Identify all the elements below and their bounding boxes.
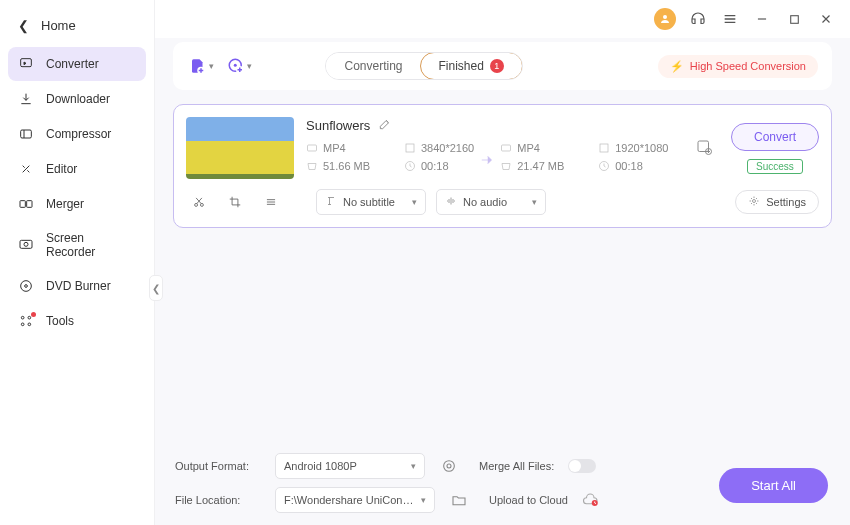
sidebar-label: Merger [46,197,84,211]
user-avatar[interactable] [654,8,676,30]
file-location-value: F:\Wondershare UniConverter 1 [284,494,415,506]
back-home[interactable]: ❮ Home [8,12,146,39]
chevron-down-icon: ▾ [421,495,426,505]
sidebar-item-converter[interactable]: Converter [8,47,146,81]
dvd-burner-icon [18,278,34,294]
sidebar-label: Editor [46,162,77,176]
subtitle-select[interactable]: No subtitle ▾ [316,189,426,215]
svg-rect-18 [308,145,317,151]
chevron-left-icon: ❮ [18,18,29,33]
chevron-down-icon: ▾ [412,197,417,207]
edit-title-icon[interactable] [378,117,392,134]
chevron-down-icon: ▾ [247,61,252,71]
video-thumbnail[interactable] [186,117,294,179]
merge-label: Merge All Files: [479,460,554,472]
audio-icon [445,195,457,209]
merge-toggle[interactable] [568,459,596,473]
crop-icon[interactable] [222,190,248,214]
add-dvd-button[interactable]: ▾ [225,53,253,79]
src-duration: 00:18 [421,160,449,172]
task-settings-button[interactable]: Settings [735,190,819,214]
main: ▾ ▾ Converting Finished 1 ⚡ High Speed C… [155,0,850,525]
output-settings-icon[interactable] [689,138,719,159]
sidebar-item-screen-recorder[interactable]: Screen Recorder [8,222,146,268]
sidebar-label: Tools [46,314,74,328]
tools-icon [18,313,34,329]
trim-icon[interactable] [186,190,212,214]
svg-point-7 [25,285,28,288]
sidebar-label: Converter [46,57,99,71]
sidebar-item-dvd-burner[interactable]: DVD Burner [8,269,146,303]
dst-resolution: 1920*1080 [615,142,668,154]
sidebar-item-downloader[interactable]: Downloader [8,82,146,116]
output-format-select[interactable]: Android 1080P ▾ [275,453,425,479]
nav-list: Converter Downloader Compressor Editor M… [8,47,146,338]
tabs: Converting Finished 1 [325,52,522,80]
sidebar-label: Downloader [46,92,110,106]
sidebar-item-tools[interactable]: Tools [8,304,146,338]
add-dvd-icon [227,57,245,75]
gear-icon [748,195,760,209]
svg-rect-13 [790,15,798,23]
tab-finished[interactable]: Finished 1 [420,52,523,80]
svg-rect-24 [698,141,709,152]
high-speed-label: High Speed Conversion [690,60,806,72]
convert-button[interactable]: Convert [731,123,819,151]
audio-value: No audio [463,196,507,208]
editor-icon [18,161,34,177]
file-location-select[interactable]: F:\Wondershare UniConverter 1 ▾ [275,487,435,513]
window-minimize[interactable] [752,9,772,29]
more-icon[interactable] [258,190,284,214]
screen-recorder-icon [18,237,34,253]
svg-rect-0 [21,59,32,67]
bolt-icon: ⚡ [670,60,684,73]
window-close[interactable] [816,9,836,29]
sidebar-item-compressor[interactable]: Compressor [8,117,146,151]
support-icon[interactable] [688,9,708,29]
dst-size: 21.47 MB [517,160,564,172]
src-format: MP4 [323,142,346,154]
start-all-button[interactable]: Start All [719,468,828,503]
chevron-down-icon: ▾ [209,61,214,71]
svg-point-28 [753,200,756,203]
src-resolution: 3840*2160 [421,142,474,154]
subtitle-icon [325,195,337,209]
tab-converting[interactable]: Converting [326,53,420,79]
svg-rect-3 [27,201,32,208]
titlebar [155,0,850,38]
menu-icon[interactable] [720,9,740,29]
svg-rect-2 [20,201,25,208]
task-info: Sunflowers MP4 3840*2160 51.66 MB 00:18 [306,117,677,179]
svg-point-11 [28,323,31,326]
sidebar-item-merger[interactable]: Merger [8,187,146,221]
subtitle-value: No subtitle [343,196,395,208]
window-maximize[interactable] [784,9,804,29]
svg-point-10 [21,323,24,326]
cloud-icon[interactable] [582,493,600,507]
add-file-button[interactable]: ▾ [187,53,215,79]
src-size: 51.66 MB [323,160,370,172]
sidebar-item-editor[interactable]: Editor [8,152,146,186]
dst-duration: 00:18 [615,160,643,172]
high-speed-toggle[interactable]: ⚡ High Speed Conversion [658,55,818,78]
toolbar: ▾ ▾ Converting Finished 1 ⚡ High Speed C… [173,42,832,90]
dst-format: MP4 [517,142,540,154]
open-folder-icon[interactable] [449,490,469,510]
svg-point-12 [663,15,667,19]
collapse-sidebar[interactable]: ❮ [149,275,163,301]
sidebar-label: Compressor [46,127,111,141]
chevron-down-icon: ▾ [411,461,416,471]
downloader-icon [18,91,34,107]
output-format-label: Output Format: [175,460,261,472]
svg-rect-1 [21,130,32,138]
sidebar-label: Screen Recorder [46,231,136,259]
tab-label: Converting [344,59,402,73]
chevron-down-icon: ▾ [532,197,537,207]
svg-rect-21 [502,145,511,151]
svg-point-29 [444,461,455,472]
quick-settings-icon[interactable] [439,456,459,476]
audio-select[interactable]: No audio ▾ [436,189,546,215]
svg-rect-4 [20,240,32,248]
finished-count-badge: 1 [490,59,504,73]
add-file-icon [189,57,207,75]
